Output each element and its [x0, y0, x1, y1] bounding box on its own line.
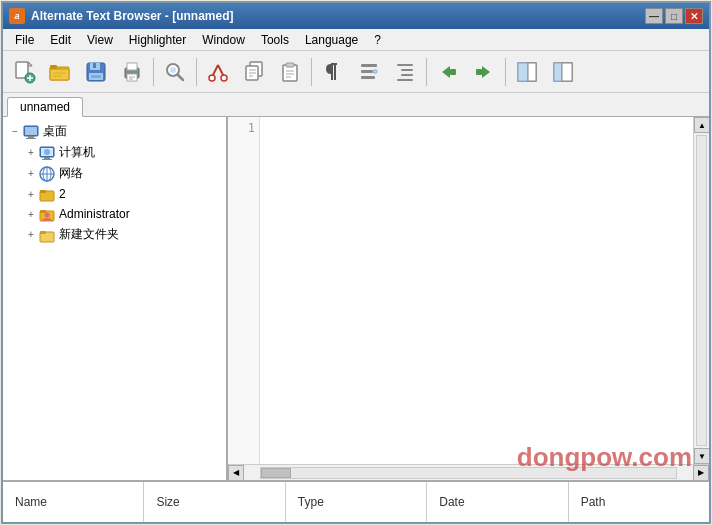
- svg-rect-50: [397, 79, 413, 81]
- status-bar: Name Size Type Date Path: [3, 480, 709, 522]
- window-title: Alternate Text Browser - [unnamed]: [31, 9, 645, 23]
- separator-4: [426, 58, 427, 86]
- svg-rect-63: [26, 138, 36, 139]
- svg-rect-44: [361, 70, 373, 73]
- svg-rect-67: [42, 159, 52, 160]
- file-tree[interactable]: − 桌面 +: [3, 117, 228, 480]
- list-item[interactable]: + 新建文件夹: [3, 224, 226, 245]
- scroll-right-arrow[interactable]: ▶: [693, 465, 709, 481]
- status-type: Type: [286, 482, 427, 522]
- cut-icon: [206, 60, 230, 84]
- svg-rect-9: [50, 69, 69, 80]
- scroll-down-arrow[interactable]: ▼: [694, 448, 709, 464]
- copy-button[interactable]: [237, 55, 271, 89]
- menu-language[interactable]: Language: [297, 29, 366, 50]
- svg-rect-37: [286, 63, 294, 67]
- scroll-track-horizontal[interactable]: [260, 467, 677, 479]
- list-item[interactable]: + 网络: [3, 163, 226, 184]
- svg-point-25: [170, 67, 176, 73]
- horizontal-scrollbar[interactable]: ◀ ▶: [228, 464, 709, 480]
- save-button[interactable]: [79, 55, 113, 89]
- tree-item-label: 新建文件夹: [59, 226, 119, 243]
- list-item[interactable]: + Administrator: [3, 204, 226, 224]
- maximize-button[interactable]: □: [665, 8, 683, 24]
- minimize-button[interactable]: —: [645, 8, 663, 24]
- svg-rect-16: [91, 75, 101, 78]
- tree-item-label: 网络: [59, 165, 83, 182]
- editor-textarea[interactable]: [260, 117, 693, 464]
- tree-expander[interactable]: +: [23, 186, 39, 202]
- tree-expander[interactable]: +: [23, 206, 39, 222]
- menu-window[interactable]: Window: [194, 29, 253, 50]
- menu-edit[interactable]: Edit: [42, 29, 79, 50]
- network-icon: [39, 166, 55, 182]
- svg-point-29: [221, 75, 227, 81]
- tree-expander[interactable]: +: [23, 145, 39, 161]
- svg-rect-14: [93, 63, 96, 68]
- list-item[interactable]: + 计算机: [3, 142, 226, 163]
- new-button[interactable]: [7, 55, 41, 89]
- svg-rect-60: [562, 63, 572, 81]
- scroll-up-arrow[interactable]: ▲: [694, 117, 709, 133]
- line-number-1: 1: [228, 121, 255, 135]
- close-button[interactable]: ✕: [685, 8, 703, 24]
- menu-tools[interactable]: Tools: [253, 29, 297, 50]
- new-folder-icon: [39, 227, 55, 243]
- open-button[interactable]: [43, 55, 77, 89]
- view1-icon: [515, 60, 539, 84]
- svg-rect-43: [361, 64, 377, 67]
- svg-point-69: [44, 149, 50, 155]
- menu-highlighter[interactable]: Highlighter: [121, 29, 194, 50]
- scroll-thumb-horizontal[interactable]: [261, 468, 291, 478]
- svg-rect-80: [40, 231, 46, 234]
- paste-icon: [278, 60, 302, 84]
- tab-unnamed[interactable]: unnamed: [7, 97, 83, 117]
- svg-point-28: [209, 75, 215, 81]
- svg-marker-2: [28, 62, 32, 66]
- menu-file[interactable]: File: [7, 29, 42, 50]
- scroll-left-arrow[interactable]: ◀: [228, 465, 244, 481]
- format-icon: [321, 60, 345, 84]
- svg-rect-64: [25, 127, 37, 135]
- format-button[interactable]: [316, 55, 350, 89]
- tree-expander[interactable]: +: [23, 227, 39, 243]
- tree-expander[interactable]: −: [7, 124, 23, 140]
- scroll-track-vertical[interactable]: [696, 135, 707, 446]
- print-button[interactable]: [115, 55, 149, 89]
- svg-rect-46: [373, 70, 377, 73]
- list-item[interactable]: + 2: [3, 184, 226, 204]
- indent-button[interactable]: [388, 55, 422, 89]
- tree-expander[interactable]: +: [23, 166, 39, 182]
- view2-button[interactable]: [546, 55, 580, 89]
- copy-icon: [242, 60, 266, 84]
- forward-button[interactable]: [467, 55, 501, 89]
- cut-button[interactable]: [201, 55, 235, 89]
- svg-rect-66: [44, 157, 50, 159]
- back-button[interactable]: [431, 55, 465, 89]
- tab-bar: unnamed: [3, 93, 709, 117]
- find-button[interactable]: [158, 55, 192, 89]
- menu-help[interactable]: ?: [366, 29, 389, 50]
- editor-content: 1 ▲ ▼: [228, 117, 709, 464]
- svg-marker-51: [442, 66, 450, 78]
- app-icon: a: [9, 8, 25, 24]
- tree-item-label: Administrator: [59, 207, 130, 221]
- window-controls: — □ ✕: [645, 8, 703, 24]
- paste-button[interactable]: [273, 55, 307, 89]
- svg-rect-45: [361, 76, 375, 79]
- indent-icon: [393, 60, 417, 84]
- list-item[interactable]: − 桌面: [3, 121, 226, 142]
- find-icon: [163, 60, 187, 84]
- forward-icon: [472, 60, 496, 84]
- vertical-scrollbar[interactable]: ▲ ▼: [693, 117, 709, 464]
- separator-3: [311, 58, 312, 86]
- view1-button[interactable]: [510, 55, 544, 89]
- align-button[interactable]: [352, 55, 386, 89]
- menu-view[interactable]: View: [79, 29, 121, 50]
- back-icon: [436, 60, 460, 84]
- editor-area: 1 ▲ ▼ ◀ ▶: [228, 117, 709, 480]
- separator-1: [153, 58, 154, 86]
- separator-5: [505, 58, 506, 86]
- tree-item-label: 2: [59, 187, 66, 201]
- svg-rect-8: [50, 65, 57, 69]
